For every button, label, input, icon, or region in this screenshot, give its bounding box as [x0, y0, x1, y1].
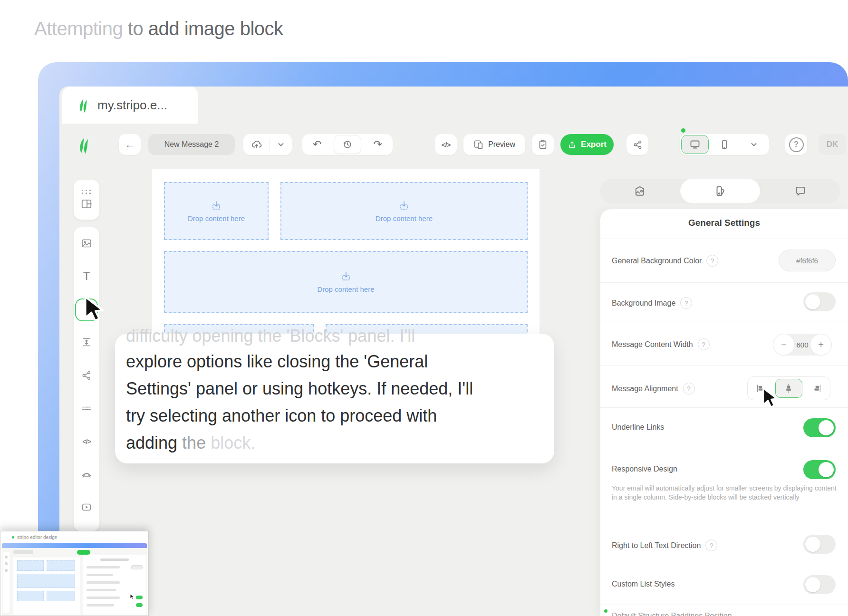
tab-general-settings-selected[interactable]	[680, 179, 761, 203]
pip-body	[2, 548, 147, 616]
responsive-design-description: Your email will automatically adjust for…	[612, 484, 837, 502]
history-clock-icon	[342, 139, 353, 150]
background-image-toggle-off[interactable]	[803, 292, 836, 311]
help-button[interactable]: ?	[785, 134, 807, 155]
underline-links-toggle-on[interactable]	[803, 418, 836, 437]
agent-message-card: explore options like closing the 'Genera…	[115, 334, 554, 463]
undo-icon: ↶	[313, 139, 321, 150]
help-icon[interactable]: ?	[680, 297, 692, 309]
pip-logo-dot	[12, 536, 14, 539]
page-title: Attempting to add image block	[34, 18, 283, 39]
row-label-partial: Default Structure Paddings Position	[612, 612, 732, 616]
clipboard-check-icon	[538, 139, 548, 150]
share-icon	[633, 140, 643, 150]
background-color-value-chip[interactable]: #f6f6f6	[779, 250, 836, 271]
divider-block-button[interactable]	[76, 398, 97, 419]
code-view-button[interactable]: </>	[435, 134, 457, 155]
divider	[600, 523, 848, 523]
tab-comments[interactable]	[760, 179, 840, 203]
rtl-direction-toggle-off[interactable]	[803, 535, 836, 554]
save-group	[243, 134, 292, 155]
row-label-background-color: General Background Color ?	[612, 255, 718, 267]
help-icon[interactable]: ?	[683, 383, 695, 395]
row-label-underline-links: Underline Links	[612, 423, 664, 432]
settings-tab-bar	[600, 179, 840, 203]
email-canvas: Drop content here Drop content here Drop…	[152, 169, 540, 335]
content-width-stepper: − 600 +	[773, 334, 832, 356]
text-icon: T	[83, 270, 90, 283]
banner-block-button[interactable]	[76, 464, 97, 485]
drop-zone-label: Drop content here	[376, 214, 433, 222]
drop-zone[interactable]: Drop content here	[164, 251, 528, 313]
checklist-button[interactable]	[532, 134, 554, 155]
message-name-label: New Message 2	[164, 140, 219, 149]
general-settings-panel: General Settings General Background Colo…	[600, 209, 848, 616]
help-icon[interactable]: ?	[705, 539, 717, 551]
cloud-upload-icon	[251, 139, 262, 150]
chevron-down-icon	[750, 141, 758, 148]
layout-blocks-icon	[80, 198, 93, 210]
help-icon[interactable]: ?	[706, 255, 718, 267]
browser-tab[interactable]: my.stripo.e...	[62, 87, 198, 124]
back-button[interactable]: ←	[119, 134, 141, 155]
share-button[interactable]	[626, 134, 648, 155]
save-cloud-button[interactable]	[244, 134, 270, 155]
row-label-message-alignment: Message Alignment ?	[612, 383, 695, 395]
undo-button[interactable]: ↶	[302, 134, 332, 155]
redo-button[interactable]: ↷	[363, 134, 393, 155]
image-block-button[interactable]	[76, 233, 97, 254]
drop-zone[interactable]: Drop content here	[280, 182, 528, 240]
pip-settings-panel	[83, 555, 146, 615]
notification-dot	[681, 128, 685, 133]
drop-zone[interactable]: Drop content here	[164, 182, 269, 240]
banner-ribbon-icon	[81, 469, 92, 481]
blocks-panel-button[interactable]	[74, 180, 99, 220]
toggle-knob	[805, 537, 820, 552]
html-block-button[interactable]: </>	[76, 431, 97, 452]
tab-appearance[interactable]	[600, 179, 680, 203]
desktop-view-button[interactable]	[681, 135, 709, 154]
width-minus-button[interactable]: −	[773, 334, 795, 356]
divider	[600, 282, 848, 283]
mouse-cursor	[81, 295, 108, 322]
image-icon	[81, 238, 92, 249]
pip-toggle-on	[136, 603, 143, 607]
drop-zone-label: Drop content here	[188, 214, 245, 222]
pip-cursor	[129, 594, 135, 599]
divider	[600, 320, 848, 320]
pip-toggle-on	[136, 596, 143, 599]
help-icon: ?	[789, 137, 804, 152]
social-block-button[interactable]	[76, 365, 97, 386]
divider	[600, 407, 848, 408]
responsive-design-toggle-on[interactable]	[803, 460, 836, 479]
align-right-button[interactable]	[804, 377, 830, 400]
mobile-view-button[interactable]	[710, 134, 739, 155]
help-icon[interactable]: ?	[698, 338, 710, 350]
drop-content-icon	[340, 271, 352, 282]
pip-thumbnail-window[interactable]: stripo editor design	[0, 531, 149, 616]
video-block-button[interactable]	[76, 497, 97, 518]
preview-button[interactable]: Preview	[463, 134, 525, 155]
pip-export-button	[77, 550, 90, 555]
custom-list-styles-toggle-off[interactable]	[803, 575, 836, 594]
save-options-chevron[interactable]	[270, 134, 292, 155]
history-button[interactable]	[334, 135, 362, 154]
tab-title: my.stripo.e...	[97, 98, 167, 113]
device-options-chevron[interactable]	[739, 134, 769, 155]
text-block-button[interactable]: T	[76, 266, 97, 287]
spacer-block-button[interactable]	[76, 332, 97, 353]
pip-titlebar: stripo editor design	[0, 531, 148, 543]
width-plus-button[interactable]: +	[810, 334, 832, 356]
row-label-custom-list-styles: Custom List Styles	[612, 580, 675, 588]
appearance-icon	[634, 185, 646, 197]
export-button[interactable]: Export	[560, 134, 614, 155]
message-name-button[interactable]: New Message 2	[148, 134, 235, 155]
back-arrow-icon: ←	[125, 140, 135, 149]
page-title-faded: Attempting	[34, 18, 128, 39]
user-avatar[interactable]: DK	[819, 134, 846, 155]
row-label-rtl-direction: Right to Left Text Direction ?	[612, 539, 717, 551]
spacer-icon	[81, 337, 92, 348]
unsaved-change-dot	[604, 609, 607, 613]
row-label-content-width: Message Content Width ?	[612, 338, 710, 350]
width-value: 600	[795, 341, 810, 349]
